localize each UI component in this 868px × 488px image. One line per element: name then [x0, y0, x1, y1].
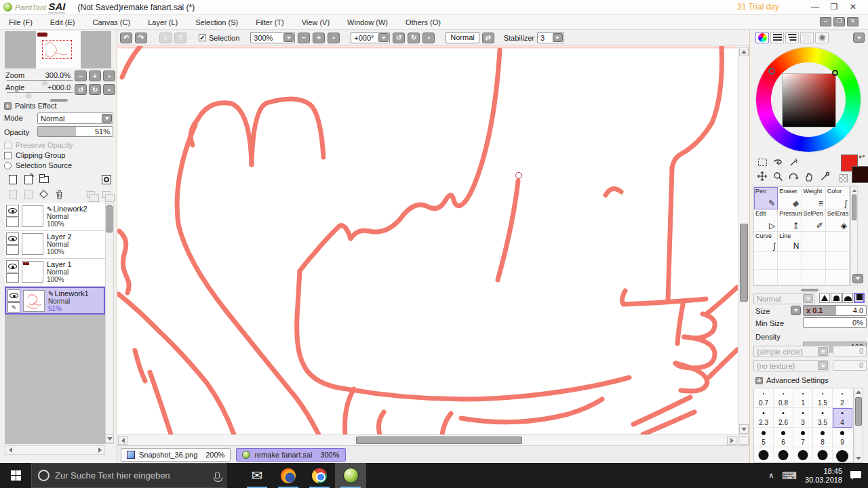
layer-list-scrollbar[interactable]: [105, 203, 114, 444]
rotate-cw-button[interactable]: ↻: [408, 33, 420, 43]
mdi-restore-button[interactable]: ❐: [833, 17, 845, 26]
size-preset[interactable]: 3.5: [813, 408, 833, 428]
brush-edge-dropdown[interactable]: (simple circle): [753, 346, 829, 357]
menu-window[interactable]: Window (W): [338, 15, 397, 30]
layer-row-layer1[interactable]: Layer 1 Normal 100%: [5, 259, 105, 287]
color-mixer-icon[interactable]: [800, 32, 814, 43]
touch-keyboard-icon[interactable]: ⌨: [782, 470, 797, 482]
expand-icon[interactable]: +: [4, 102, 12, 110]
taskbar-sai-active[interactable]: [335, 463, 366, 488]
tool-pen[interactable]: Pen✎: [754, 187, 778, 209]
layer-mode-dropdown[interactable]: Normal: [37, 113, 113, 124]
zoom-reset-button[interactable]: ▪: [328, 33, 340, 43]
size-preset[interactable]: 1: [793, 388, 813, 408]
scroll-down-icon[interactable]: [105, 434, 114, 443]
paints-effect-header[interactable]: + Paints Effect: [4, 102, 57, 110]
move-icon[interactable]: [755, 170, 769, 182]
color-panel-menu-button[interactable]: [853, 33, 865, 43]
size-grid-scrollbar[interactable]: [854, 388, 863, 463]
clipping-group-checkbox[interactable]: [4, 152, 12, 159]
lasso-icon[interactable]: [771, 156, 785, 168]
navigator-preview[interactable]: [5, 31, 111, 68]
preserve-opacity-checkbox[interactable]: [4, 142, 12, 149]
color-wheel-icon[interactable]: [755, 32, 769, 43]
selection-source-row[interactable]: Selection Source: [4, 161, 72, 169]
action-center-icon[interactable]: [850, 471, 861, 480]
layer-list-hscrollbar[interactable]: [5, 445, 105, 455]
rotate-reset-button[interactable]: ▪: [103, 84, 115, 95]
canvas-hscrollbar[interactable]: [117, 434, 749, 445]
brush-shape-dome[interactable]: [831, 293, 842, 303]
brush-blend-dropdown[interactable]: Normal: [753, 293, 814, 304]
size-preset[interactable]: 9: [833, 428, 852, 447]
scrollbar-thumb[interactable]: [852, 195, 856, 220]
size-slider[interactable]: x 0.1 4.0: [803, 305, 867, 316]
layer-extra-box[interactable]: [6, 245, 19, 255]
tool-color[interactable]: Color∫: [826, 187, 850, 209]
scroll-left-icon[interactable]: [5, 446, 15, 454]
taskbar-search[interactable]: Zur Suche Text hier eingeben: [31, 463, 226, 488]
new-linework-layer-icon[interactable]: ✎: [22, 174, 34, 185]
preserve-opacity-row[interactable]: Preserve Opacity: [4, 141, 73, 149]
chevron-down-icon[interactable]: [818, 361, 828, 370]
zoom-reset-button[interactable]: ▪: [103, 70, 115, 81]
chevron-down-icon[interactable]: [378, 33, 389, 42]
microphone-icon[interactable]: [215, 472, 220, 479]
tool-weight[interactable]: Weight≡: [802, 187, 826, 209]
rotate-reset-button[interactable]: ▪: [422, 33, 435, 43]
size-preset[interactable]: 0.7: [754, 388, 774, 408]
merge-down-icon[interactable]: [22, 188, 34, 200]
menu-selection[interactable]: Selection (S): [186, 15, 247, 30]
scroll-up-icon[interactable]: [851, 187, 857, 193]
visibility-toggle[interactable]: [6, 232, 19, 245]
scrollbar-thumb[interactable]: [106, 205, 113, 232]
menu-edit[interactable]: Edit (E): [41, 15, 84, 30]
zoom-out-button[interactable]: −: [75, 70, 87, 81]
size-preset[interactable]: 1.5: [813, 388, 833, 408]
background-color-swatch[interactable]: [852, 166, 868, 183]
tool-grid-scrollbar[interactable]: [850, 186, 858, 286]
next-selection-button[interactable]: ⇡: [174, 33, 186, 43]
tool-seleras[interactable]: SelEras◈: [826, 209, 850, 232]
close-button[interactable]: ✕: [844, 0, 863, 14]
rgb-sliders-icon[interactable]: [770, 32, 784, 43]
menu-layer[interactable]: Layer (L): [139, 15, 186, 30]
scroll-right-icon[interactable]: [727, 436, 736, 445]
zoom-in-button[interactable]: +: [89, 70, 101, 81]
new-layer-icon[interactable]: [7, 174, 18, 185]
size-preset[interactable]: 5: [754, 428, 774, 447]
navigator-view-rect[interactable]: [42, 40, 72, 59]
size-preset[interactable]: 0.8: [774, 388, 793, 408]
menu-others[interactable]: Others (O): [397, 15, 450, 30]
ungroup-icon[interactable]: [100, 188, 112, 200]
zoom-tool-icon[interactable]: [771, 170, 785, 182]
tab-snapshot[interactable]: Snapshot_36.png 200%: [121, 448, 231, 462]
hsv-sliders-icon[interactable]: [785, 32, 799, 43]
zoom-dropdown[interactable]: 300%: [250, 32, 295, 43]
scroll-up-icon[interactable]: [854, 388, 863, 396]
tool-eraser[interactable]: Eraser◆: [778, 187, 802, 209]
brush-texture-dropdown[interactable]: (no texture): [753, 360, 829, 371]
visibility-toggle[interactable]: [7, 289, 20, 302]
layer-extra-box[interactable]: [6, 218, 19, 227]
hand-icon[interactable]: [802, 170, 816, 182]
visibility-toggle[interactable]: [6, 205, 19, 217]
angle-slider-handle[interactable]: [26, 93, 31, 97]
edit-target-icon[interactable]: ✎: [7, 302, 20, 312]
mdi-minimize-button[interactable]: −: [820, 17, 831, 26]
selection-checkbox[interactable]: ✓: [199, 34, 206, 41]
eyedropper-icon[interactable]: [818, 170, 831, 182]
scroll-right-icon[interactable]: [95, 446, 104, 454]
canvas[interactable]: [117, 46, 738, 434]
scrollbar-thumb[interactable]: [740, 224, 748, 302]
layer-extra-box[interactable]: [6, 273, 19, 283]
taskbar-firefox[interactable]: [273, 463, 304, 488]
prev-selection-button[interactable]: ⇣: [159, 33, 172, 43]
tool-grid-menu-button[interactable]: [852, 274, 863, 283]
size-unit-button[interactable]: [791, 306, 801, 315]
opacity-slider[interactable]: 51%: [37, 126, 113, 137]
delete-layer-icon[interactable]: [54, 188, 65, 200]
brush-shape-square[interactable]: [854, 293, 865, 303]
rotate-canvas-icon[interactable]: [787, 170, 800, 182]
chevron-down-icon[interactable]: [818, 347, 828, 356]
